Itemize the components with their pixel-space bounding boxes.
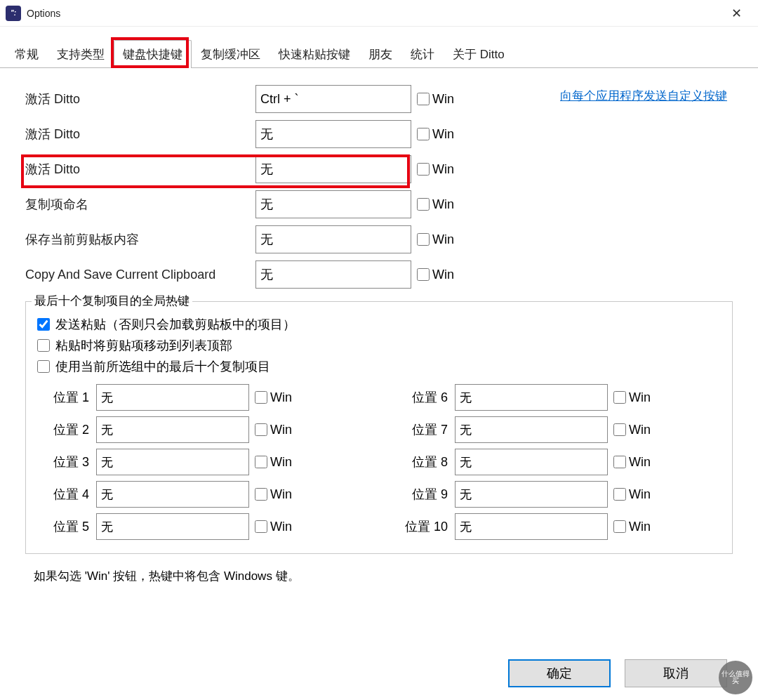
position-win-checkbox[interactable]: Win (613, 487, 651, 502)
win-checkbox[interactable]: Win (417, 162, 454, 177)
position-input[interactable] (455, 449, 608, 475)
chk-use-group[interactable]: 使用当前所选组中的最后十个复制项目 (34, 358, 724, 375)
tab-about[interactable]: 关于 Ditto (444, 40, 514, 68)
position-win-box[interactable] (255, 520, 267, 533)
hotkey-input[interactable] (255, 225, 411, 253)
position-win-box[interactable] (613, 520, 626, 533)
position-input[interactable] (96, 513, 249, 540)
position-input[interactable] (96, 449, 249, 475)
position-input[interactable] (455, 481, 608, 508)
win-checkbox[interactable]: Win (417, 232, 454, 247)
win-checkbox[interactable]: Win (417, 197, 454, 212)
app-icon: ": (6, 6, 21, 21)
position-input[interactable] (455, 416, 608, 443)
position-win-checkbox[interactable]: Win (613, 520, 651, 534)
chk-move-top[interactable]: 粘贴时将剪贴项移动到列表顶部 (34, 337, 724, 354)
position-row-7: 位置 7Win (393, 416, 724, 444)
position-win-box[interactable] (613, 423, 626, 436)
position-label: 位置 7 (393, 421, 455, 438)
hotkey-label: Copy And Save Current Clipboard (25, 268, 255, 282)
hotkey-row-1: 激活 DittoWin (25, 120, 733, 148)
position-win-box[interactable] (613, 391, 626, 404)
tab-bar: 常规 支持类型 键盘快捷键 复制缓冲区 快速粘贴按键 朋友 统计 关于 Ditt… (0, 39, 758, 68)
position-row-5: 位置 5Win (34, 513, 365, 541)
chk-move-top-box[interactable] (37, 339, 50, 352)
position-win-box[interactable] (613, 456, 626, 468)
tab-general[interactable]: 常规 (6, 40, 48, 68)
position-row-4: 位置 4Win (34, 480, 365, 508)
position-win-box[interactable] (613, 488, 626, 501)
position-input[interactable] (455, 513, 608, 540)
tab-stats[interactable]: 统计 (401, 40, 444, 68)
hotkey-row-4: 保存当前剪贴板内容Win (25, 225, 733, 253)
position-win-checkbox[interactable]: Win (255, 390, 292, 405)
position-win-box[interactable] (255, 456, 267, 468)
tab-quickpaste[interactable]: 快速粘贴按键 (270, 40, 359, 68)
position-input[interactable] (96, 384, 249, 411)
position-row-1: 位置 1Win (34, 383, 365, 411)
position-win-box[interactable] (255, 391, 267, 404)
position-row-8: 位置 8Win (393, 448, 724, 476)
hotkey-label: 激活 Ditto (25, 126, 255, 143)
position-label: 位置 9 (393, 486, 455, 503)
position-label: 位置 10 (393, 518, 455, 535)
watermark-badge: 什么值得买 (719, 661, 752, 694)
hotkey-input[interactable] (255, 155, 411, 183)
position-win-checkbox[interactable]: Win (613, 455, 651, 470)
group-title: 最后十个复制项目的全局热键 (32, 293, 192, 309)
win-checkbox-box[interactable] (417, 198, 430, 211)
win-checkbox-box[interactable] (417, 93, 430, 105)
send-custom-keys-link[interactable]: 向每个应用程序发送自定义按键 (560, 88, 727, 104)
position-label: 位置 8 (393, 454, 455, 470)
tab-buffer[interactable]: 复制缓冲区 (192, 40, 270, 68)
ok-button[interactable]: 确定 (508, 659, 611, 687)
position-win-checkbox[interactable]: Win (255, 423, 292, 437)
hotkey-input[interactable] (255, 190, 411, 218)
window-title: Options (27, 8, 60, 19)
close-button[interactable]: ✕ (720, 0, 752, 27)
win-checkbox[interactable]: Win (417, 127, 454, 142)
tab-friends[interactable]: 朋友 (359, 40, 401, 68)
tab-types[interactable]: 支持类型 (48, 40, 114, 68)
chk-send-paste-box[interactable] (37, 318, 50, 331)
position-win-box[interactable] (255, 423, 267, 436)
win-checkbox[interactable]: Win (417, 268, 454, 282)
titlebar: ": Options ✕ (0, 0, 758, 27)
win-checkbox-box[interactable] (417, 268, 430, 281)
hotkey-label: 复制项命名 (25, 196, 255, 213)
position-label: 位置 4 (34, 486, 96, 503)
win-checkbox-box[interactable] (417, 128, 430, 140)
hotkey-input[interactable] (255, 120, 411, 148)
position-input[interactable] (96, 481, 249, 508)
dialog-footer: 确定 取消 (508, 659, 727, 687)
position-label: 位置 5 (34, 518, 96, 535)
tab-content: 向每个应用程序发送自定义按键 激活 DittoWin激活 DittoWin激活 … (0, 68, 758, 591)
chk-use-group-box[interactable] (37, 360, 50, 373)
hotkey-input[interactable] (255, 85, 411, 113)
hotkey-row-3: 复制项命名Win (25, 190, 733, 218)
position-input[interactable] (96, 416, 249, 443)
position-label: 位置 3 (34, 454, 96, 470)
hotkey-label: 保存当前剪贴板内容 (25, 231, 255, 248)
hotkey-input[interactable] (255, 260, 411, 289)
position-win-checkbox[interactable]: Win (255, 487, 292, 502)
win-checkbox-box[interactable] (417, 233, 430, 246)
position-win-checkbox[interactable]: Win (255, 520, 292, 534)
position-win-checkbox[interactable]: Win (613, 423, 651, 437)
cancel-button[interactable]: 取消 (625, 659, 727, 687)
position-row-10: 位置 10Win (393, 513, 724, 541)
position-row-3: 位置 3Win (34, 448, 365, 476)
position-label: 位置 2 (34, 421, 96, 438)
tab-keyboard[interactable]: 键盘快捷键 (114, 40, 192, 68)
chk-send-paste[interactable]: 发送粘贴（否则只会加载剪贴板中的项目） (34, 316, 724, 333)
position-row-9: 位置 9Win (393, 480, 724, 508)
position-row-2: 位置 2Win (34, 416, 365, 444)
position-win-checkbox[interactable]: Win (613, 390, 651, 405)
win-checkbox[interactable]: Win (417, 92, 454, 107)
hotkey-label: 激活 Ditto (25, 91, 255, 107)
position-win-checkbox[interactable]: Win (255, 455, 292, 470)
position-win-box[interactable] (255, 488, 267, 501)
position-label: 位置 1 (34, 389, 96, 406)
win-checkbox-box[interactable] (417, 163, 430, 176)
position-input[interactable] (455, 384, 608, 411)
